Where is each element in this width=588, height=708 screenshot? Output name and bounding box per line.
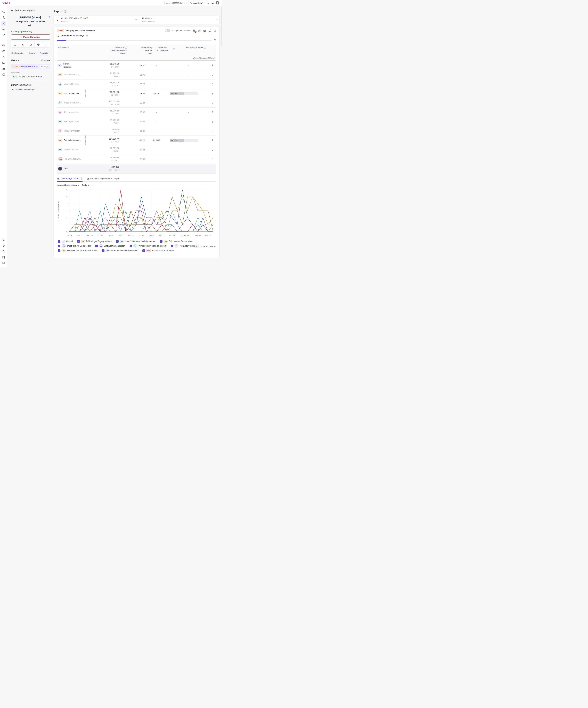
variation-badge: V3 bbox=[164, 240, 168, 243]
legend-item-V10[interactable]: ✓V10Ich will's als Erste wissen bbox=[143, 249, 175, 252]
legend-item-V2[interactable]: ✓V2Ich möchte benachrichtigt werden bbox=[116, 240, 155, 243]
date-filter-label: Date Filter bbox=[61, 20, 88, 22]
row-menu-button[interactable]: ⋮ bbox=[211, 129, 214, 132]
legend-checkbox[interactable]: ✓ bbox=[102, 249, 104, 252]
account-selector[interactable]: Inne #996036 bbox=[164, 1, 186, 5]
archive-button[interactable] bbox=[11, 42, 19, 47]
legend-checkbox[interactable]: ✓ bbox=[95, 245, 98, 247]
legend-checkbox[interactable]: ✓ bbox=[58, 245, 60, 247]
sidebar-item-panel[interactable] bbox=[0, 260, 7, 266]
date-filter-select[interactable]: Oct 09, 2025 - Nov 06, 2025 Date Filter bbox=[61, 16, 139, 24]
help-icon[interactable]: ? bbox=[204, 47, 206, 49]
granularity-dropdown[interactable]: Daily bbox=[82, 184, 89, 186]
help-icon[interactable]: ? bbox=[125, 47, 127, 49]
legend-checkbox[interactable]: ✓ bbox=[143, 249, 145, 252]
row-menu-button[interactable]: ⋮ bbox=[211, 83, 214, 85]
legend-item-V3[interactable]: ✓V3Früh starten. Besser leben. bbox=[160, 240, 193, 243]
sidebar-item-layouts[interactable] bbox=[0, 26, 7, 32]
legend-checkbox[interactable]: ✓ bbox=[116, 240, 119, 243]
legend-checkbox[interactable]: ✓ bbox=[77, 240, 80, 243]
back-to-campaigns-link[interactable]: Back to campaigns list bbox=[11, 9, 50, 11]
sidebar-item-deploy[interactable] bbox=[0, 60, 7, 66]
sidebar-item-experiments[interactable] bbox=[0, 14, 7, 21]
edit-pencil-icon[interactable]: ✎ bbox=[49, 16, 51, 19]
sidebar-item-settings-sliders[interactable] bbox=[0, 248, 7, 254]
tab-configuration[interactable]: Configuration bbox=[11, 51, 24, 56]
sidebar-item-history[interactable] bbox=[0, 254, 7, 260]
sidebar-item-split[interactable] bbox=[0, 32, 7, 38]
metric-dropdown[interactable]: Unique Conversions bbox=[57, 184, 79, 186]
more-actions-button[interactable]: ⋮ bbox=[42, 42, 50, 47]
variation-badge: V2 bbox=[58, 83, 62, 86]
email-button[interactable] bbox=[19, 42, 27, 47]
total-badge: T bbox=[58, 167, 62, 171]
report-play-icon[interactable] bbox=[64, 10, 66, 13]
docs-book-icon[interactable] bbox=[203, 29, 206, 32]
sidebar-item-ab-testing-active[interactable]: AB bbox=[0, 21, 7, 26]
primary-metric-row[interactable]: ☆M1 Shopify Purchas... Primary bbox=[11, 64, 50, 69]
legend-item-V8[interactable]: ✓V8Entdecke das neue Minilab zuerst bbox=[58, 249, 97, 252]
activity-pulse-icon[interactable] bbox=[207, 2, 210, 4]
legend-item-C[interactable]: ✓CControl bbox=[58, 240, 73, 243]
legend-checkbox[interactable]: ✓ bbox=[160, 240, 162, 243]
sidebar-item-planner[interactable] bbox=[0, 48, 7, 54]
help-icon[interactable]: ? bbox=[80, 178, 82, 180]
row-menu-button[interactable]: ⋮ bbox=[211, 101, 214, 104]
help-icon[interactable]: ? bbox=[174, 48, 176, 50]
sidebar-item-data[interactable] bbox=[0, 66, 7, 71]
help-icon[interactable]: ? bbox=[150, 47, 152, 49]
session-recordings-link[interactable]: Session Recordings bbox=[11, 88, 50, 91]
sidebar-item-click-tracking[interactable] bbox=[0, 42, 7, 48]
row-menu-button[interactable]: ⋮ bbox=[211, 139, 214, 142]
row-menu-button[interactable]: ⋮ bbox=[211, 111, 214, 114]
reminder-bell-icon[interactable] bbox=[214, 39, 216, 42]
gear-icon[interactable]: ⚙ bbox=[214, 29, 216, 32]
pie-chart-icon[interactable] bbox=[198, 29, 201, 32]
page-scrollbar[interactable] bbox=[221, 7, 221, 46]
refresh-icon[interactable] bbox=[209, 29, 211, 32]
copy-icon[interactable] bbox=[180, 2, 182, 4]
duplicate-button[interactable] bbox=[27, 42, 35, 47]
row-menu-button[interactable]: ⋮ bbox=[211, 120, 214, 123]
tab-expected-improvement-graph[interactable]: Expected Improvement Graph bbox=[87, 177, 119, 181]
pause-campaign-button[interactable]: Pause Campaign bbox=[11, 34, 50, 40]
legend-item-V4[interactable]: ✓V4Trage dich für Updates ein bbox=[58, 244, 91, 247]
legend-item-V6[interactable]: ✓V6Wir sagen dir, wann es losgeht bbox=[130, 244, 166, 247]
legend-checkbox[interactable]: ✓ bbox=[58, 249, 60, 252]
row-menu-button[interactable]: ⋮ bbox=[211, 64, 214, 67]
legend-item-V5[interactable]: ✓V5Jetzt vormerken lassen bbox=[95, 244, 125, 247]
tab-date-range-graph[interactable]: Date Range Graph ? bbox=[57, 177, 83, 182]
visitor-segment-select[interactable]: All Visitors Visitor Segments bbox=[139, 16, 219, 24]
history-button[interactable] bbox=[34, 42, 42, 47]
tab-review[interactable]: Review bbox=[28, 51, 36, 56]
notifications-bell-icon[interactable] bbox=[211, 2, 214, 4]
tab-reports[interactable]: Reports bbox=[39, 51, 48, 56]
in-depth-toggle[interactable] bbox=[165, 29, 170, 32]
data-health-button[interactable]: 1 bbox=[192, 29, 195, 32]
help-icon[interactable]: ? bbox=[213, 57, 215, 59]
row-menu-button[interactable]: ⋮ bbox=[211, 157, 214, 160]
secondary-metric-row[interactable]: M2 Shopify Checkout Started bbox=[11, 75, 50, 78]
legend-checkbox[interactable]: ✓ bbox=[171, 245, 174, 247]
sidebar-item-insights[interactable] bbox=[0, 242, 7, 248]
funnel-icon[interactable] bbox=[67, 47, 69, 49]
compare-link[interactable]: Compare bbox=[41, 59, 50, 62]
row-menu-button[interactable]: ⋮ bbox=[211, 148, 214, 151]
metric-name[interactable]: Shopify Purchase Revenue bbox=[66, 29, 95, 32]
help-icon[interactable]: ? bbox=[86, 35, 88, 37]
user-avatar[interactable] bbox=[216, 1, 219, 5]
sidebar-item-recordings[interactable] bbox=[0, 237, 7, 242]
legend-item-V7[interactable]: ✓V7Als Erste*r testen bbox=[171, 244, 195, 247]
sidebar-item-calendar[interactable] bbox=[0, 71, 7, 77]
row-menu-button[interactable]: ⋮ bbox=[211, 73, 214, 76]
row-menu-button[interactable]: ⋮ bbox=[211, 92, 214, 95]
sidebar-item-targeting[interactable] bbox=[0, 54, 7, 60]
legend-checkbox[interactable]: ✓ bbox=[130, 245, 132, 247]
legend-checkbox[interactable]: ✓ bbox=[58, 240, 60, 243]
sidebar-item-dashboard[interactable] bbox=[0, 9, 7, 14]
legend-item-V1[interactable]: ✓V1Frühzeitiger Zugang sichern bbox=[77, 240, 112, 243]
expected-value: €2.07 bbox=[140, 120, 145, 123]
need-help-button[interactable]: Need Help? bbox=[188, 1, 205, 5]
legend-item-V9[interactable]: ✓V9Als Expertin informiert bleiben bbox=[102, 249, 138, 252]
vwo-logo[interactable]: VWO bbox=[2, 1, 9, 5]
